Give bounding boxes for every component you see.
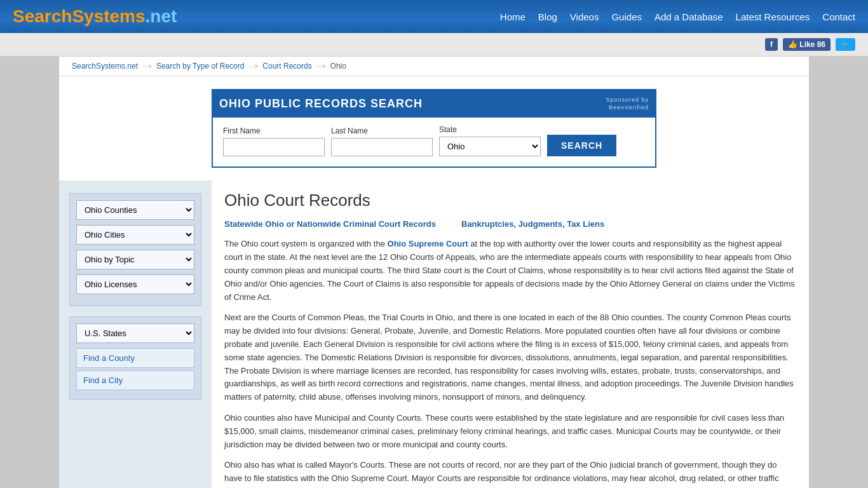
search-box-title: OHIO PUBLIC RECORDS SEARCH [219,97,423,111]
statewide-link[interactable]: Statewide Ohio or Nationwide Criminal Co… [224,219,436,229]
main-wrapper: SearchSystems.net ···> Search by Type of… [59,57,809,488]
links-row: Statewide Ohio or Nationwide Criminal Co… [224,219,796,229]
nav-latest-resources[interactable]: Latest Resources [736,11,810,22]
find-city-link[interactable]: Find a City [76,370,194,390]
paragraph-2: Next are the Courts of Common Pleas, the… [224,311,796,404]
header: SearchSystems.net Home Blog Videos Guide… [0,0,868,33]
breadcrumb-sep1: ···> [142,63,151,70]
breadcrumb-court-records[interactable]: Court Records [262,62,311,71]
social-bar: f 👍 Like 86 🐦 [0,33,868,57]
paragraph-4: Ohio also has what is called Mayor's Cou… [224,459,796,488]
content-area: Ohio Counties Ohio Cities Ohio by Topic … [59,180,809,488]
state-label: State [439,125,541,134]
search-box: OHIO PUBLIC RECORDS SEARCH Sponsored by … [212,89,656,168]
paragraph-3: Ohio counties also have Municipal and Co… [224,412,796,451]
sidebar-section-us: U.S. States Find a County Find a City [69,316,201,400]
last-name-group: Last Name [331,126,433,156]
last-name-label: Last Name [331,126,433,135]
nav-blog[interactable]: Blog [538,11,557,22]
ohio-by-topic-dropdown[interactable]: Ohio by Topic [76,250,194,269]
main-nav: Home Blog Videos Guides Add a Database L… [500,11,855,22]
first-name-input[interactable] [223,138,325,156]
logo: SearchSystems.net [13,6,177,27]
ohio-counties-dropdown[interactable]: Ohio Counties [76,200,194,220]
breadcrumb-sep3: ···> [316,63,325,70]
nav-contact[interactable]: Contact [822,11,855,22]
breadcrumb-sep2: ···> [249,63,258,70]
last-name-input[interactable] [331,138,433,156]
paragraph-1: The Ohio court system is organized with … [224,238,796,304]
breadcrumb: SearchSystems.net ···> Search by Type of… [59,57,809,76]
bankruptcies-link[interactable]: Bankruptcies, Judgments, Tax Liens [461,219,604,229]
twitter-button[interactable]: 🐦 [836,38,855,51]
ohio-supreme-court-link[interactable]: Ohio Supreme Court [388,239,468,248]
like-button[interactable]: 👍 Like 86 [783,38,831,51]
search-form-section: OHIO PUBLIC RECORDS SEARCH Sponsored by … [59,76,809,180]
logo-net: .net [146,6,177,26]
nav-home[interactable]: Home [500,11,526,22]
find-county-link[interactable]: Find a County [76,348,194,368]
first-name-group: First Name [223,126,325,156]
sidebar: Ohio Counties Ohio Cities Ohio by Topic … [59,180,212,488]
facebook-button[interactable]: f [765,38,778,51]
search-button[interactable]: SEARCH [547,135,616,156]
nav-guides[interactable]: Guides [611,11,642,22]
state-select[interactable]: Ohio Alabama Alaska Arizona Arkansas Cal… [439,137,541,156]
search-box-header: OHIO PUBLIC RECORDS SEARCH Sponsored by … [213,90,655,118]
ohio-cities-dropdown[interactable]: Ohio Cities [76,225,194,245]
first-name-label: First Name [223,126,325,135]
sidebar-section-ohio: Ohio Counties Ohio Cities Ohio by Topic … [69,193,201,306]
main-content: Ohio Court Records Statewide Ohio or Nat… [212,180,809,488]
sponsored-label: Sponsored by BeenVerified [606,97,649,111]
ohio-licenses-dropdown[interactable]: Ohio Licenses [76,274,194,294]
breadcrumb-home[interactable]: SearchSystems.net [72,62,138,71]
us-states-dropdown[interactable]: U.S. States [76,323,194,343]
breadcrumb-search-by-type[interactable]: Search by Type of Record [156,62,245,71]
search-box-body: First Name Last Name State Ohio Alabama … [213,118,655,166]
logo-text: SearchSystems [13,6,146,26]
search-fields: First Name Last Name State Ohio Alabama … [223,125,645,156]
nav-add-database[interactable]: Add a Database [654,11,723,22]
nav-videos[interactable]: Videos [570,11,599,22]
breadcrumb-current: Ohio [330,62,346,71]
state-group: State Ohio Alabama Alaska Arizona Arkans… [439,125,541,156]
page-title: Ohio Court Records [224,191,796,210]
